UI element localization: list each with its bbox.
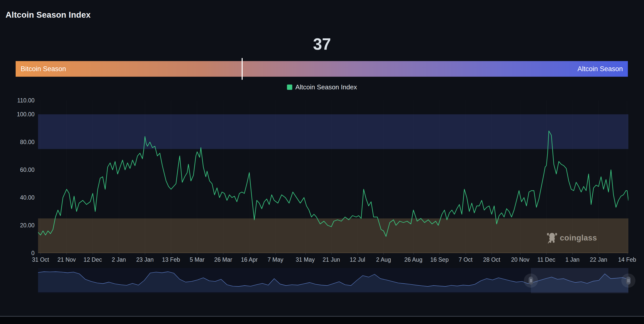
altcoin-season-label: Altcoin Season xyxy=(577,65,623,73)
x-tick-mark xyxy=(492,253,492,255)
x-tick-mark xyxy=(93,253,93,255)
x-tick-label: 7 May xyxy=(260,256,291,263)
x-tick-mark xyxy=(383,253,384,255)
x-tick-label: 20 Nov xyxy=(505,256,535,263)
x-tick-mark xyxy=(275,253,276,255)
x-tick-mark xyxy=(439,253,440,255)
gauge-marker xyxy=(242,58,243,80)
x-tick-label: 2 Aug xyxy=(368,256,399,263)
bottom-strip xyxy=(0,317,644,324)
x-tick-label: 1 Jan xyxy=(557,256,588,263)
x-tick-label: 31 Oct xyxy=(25,256,56,263)
x-tick-label: 2 Jan xyxy=(104,256,134,263)
navigator-selection-region[interactable] xyxy=(531,268,628,293)
x-tick-mark xyxy=(171,253,171,255)
y-tick-label: 100.00 xyxy=(14,111,35,118)
x-tick-mark xyxy=(413,253,414,255)
coinglass-bull-icon xyxy=(547,232,557,244)
bitcoin-season-zone xyxy=(38,219,628,253)
altcoin-season-zone xyxy=(38,114,628,149)
y-tick-label: 110.00 xyxy=(14,97,35,104)
x-tick-label: 12 Dec xyxy=(78,256,108,263)
page-title: Altcoin Season Index xyxy=(6,10,91,20)
x-tick-label: 13 Feb xyxy=(156,256,186,263)
navigator-right-handle-icon[interactable] xyxy=(626,277,631,285)
chart-legend[interactable]: Altcoin Season Index xyxy=(0,83,644,91)
altcoin-season-index-chart[interactable] xyxy=(38,100,628,253)
x-tick-label: 28 Oct xyxy=(476,256,507,263)
x-tick-label: 21 Jun xyxy=(316,256,346,263)
y-tick-label: 20.00 xyxy=(14,222,35,229)
chart-range-navigator[interactable] xyxy=(38,268,628,293)
x-tick-mark xyxy=(331,253,332,255)
y-tick-label: 40.00 xyxy=(14,194,35,201)
x-tick-label: 21 Nov xyxy=(51,256,82,263)
season-gauge-bar[interactable]: Bitcoin Season Altcoin Season xyxy=(16,61,628,77)
x-tick-label: 26 Aug xyxy=(398,256,429,263)
x-tick-mark xyxy=(41,253,41,255)
y-tick-label: 0 xyxy=(14,250,35,256)
x-tick-label: 7 Oct xyxy=(450,256,481,263)
x-tick-mark xyxy=(119,253,119,255)
x-tick-mark xyxy=(67,253,67,255)
x-tick-mark xyxy=(546,253,546,255)
y-tick-label: 80.00 xyxy=(14,139,35,145)
x-tick-label: 16 Sep xyxy=(424,256,455,263)
x-tick-mark xyxy=(466,253,466,255)
legend-swatch-icon xyxy=(287,85,292,90)
x-tick-mark xyxy=(627,253,627,255)
x-tick-mark xyxy=(305,253,306,255)
x-tick-label: 22 Jan xyxy=(584,256,614,263)
x-tick-mark xyxy=(249,253,250,255)
altcoin-season-index-page: Altcoin Season Index 37 Bitcoin Season A… xyxy=(0,0,644,324)
x-tick-mark xyxy=(197,253,197,255)
x-tick-label: 26 Mar xyxy=(208,256,238,263)
x-tick-label: 16 Apr xyxy=(234,256,265,263)
x-tick-label: 11 Dec xyxy=(531,256,561,263)
x-tick-mark xyxy=(358,253,358,255)
y-tick-label: 60.00 xyxy=(14,167,35,173)
x-tick-mark xyxy=(599,253,599,255)
index-current-value: 37 xyxy=(0,35,644,53)
bitcoin-season-label: Bitcoin Season xyxy=(21,65,66,73)
x-tick-mark xyxy=(520,253,521,255)
legend-label: Altcoin Season Index xyxy=(295,83,357,91)
x-tick-mark xyxy=(572,253,573,255)
x-tick-mark xyxy=(145,253,145,255)
x-tick-label: 23 Jan xyxy=(130,256,160,263)
x-tick-label: 14 Feb xyxy=(612,256,642,263)
x-tick-mark xyxy=(223,253,223,255)
navigator-left-handle-icon[interactable] xyxy=(529,277,533,285)
x-tick-label: 31 May xyxy=(290,256,320,263)
x-tick-label: 5 Mar xyxy=(182,256,212,263)
coinglass-watermark: coinglass xyxy=(547,232,597,244)
x-tick-label: 12 Jul xyxy=(342,256,373,263)
coinglass-watermark-text: coinglass xyxy=(560,233,597,242)
